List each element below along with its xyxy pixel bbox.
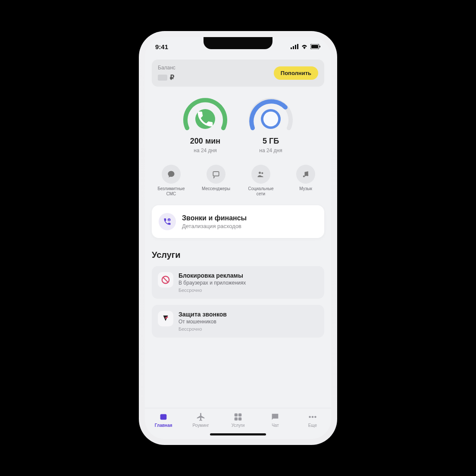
balance-info: Баланс ₽ bbox=[158, 65, 175, 81]
services-heading: Услуги bbox=[152, 250, 324, 260]
svg-rect-20 bbox=[235, 413, 238, 416]
gauge-data-value: 5 ГБ bbox=[263, 137, 279, 146]
svg-point-10 bbox=[259, 172, 261, 174]
chat-tab-icon bbox=[270, 412, 280, 422]
balance-currency: ₽ bbox=[170, 73, 174, 81]
tab-home[interactable]: Главная bbox=[145, 412, 182, 428]
quick-sms-label: Безлимитные СМС bbox=[153, 186, 189, 197]
finance-card-text: Звонки и финансы Детализация расходов bbox=[182, 214, 247, 229]
tab-roaming-label: Роуминг bbox=[193, 423, 209, 428]
finance-card-title: Звонки и финансы bbox=[182, 214, 247, 222]
service-callprotect-text: Защита звонков От мошенников Бессрочно bbox=[178, 311, 227, 332]
chat-icon bbox=[162, 165, 181, 184]
quick-options-row[interactable]: Безлимитные СМС Мессенджеры Социальные с… bbox=[152, 165, 324, 197]
gauge-minutes-sub: на 24 дня bbox=[194, 147, 216, 153]
quick-sms[interactable]: Безлимитные СМС bbox=[153, 165, 189, 197]
more-icon bbox=[307, 412, 318, 422]
tab-more[interactable]: Еще bbox=[294, 412, 331, 428]
svg-point-7 bbox=[263, 112, 279, 127]
quick-music-label: Музык bbox=[299, 186, 312, 191]
svg-text:₽: ₽ bbox=[169, 219, 170, 221]
shield-icon bbox=[158, 311, 173, 326]
tab-more-label: Еще bbox=[308, 423, 317, 428]
service-callprotect-sub: От мошенников bbox=[178, 319, 227, 325]
plane-icon bbox=[196, 412, 206, 422]
svg-rect-9 bbox=[213, 172, 219, 176]
svg-rect-2 bbox=[295, 45, 296, 49]
finance-card-sub: Детализация расходов bbox=[182, 223, 247, 229]
tab-services[interactable]: Услуги bbox=[219, 412, 257, 428]
signal-icon bbox=[291, 43, 298, 50]
phone-ruble-icon: ₽ bbox=[159, 213, 176, 230]
svg-rect-19 bbox=[160, 414, 167, 420]
tab-services-label: Услуги bbox=[232, 423, 245, 428]
status-icons bbox=[291, 43, 321, 50]
gauges-row: 200 мин на 24 дня 5 ГБ на 24 дня bbox=[152, 96, 324, 153]
svg-point-12 bbox=[303, 175, 305, 177]
message-icon bbox=[207, 165, 225, 184]
svg-rect-22 bbox=[235, 417, 238, 420]
svg-rect-23 bbox=[238, 417, 241, 420]
content[interactable]: Баланс ₽ Пополнить bbox=[145, 56, 331, 408]
quick-social[interactable]: Социальные сети bbox=[243, 165, 279, 197]
service-adblock-meta: Бессрочно bbox=[178, 288, 246, 293]
battery-icon bbox=[310, 43, 321, 50]
wifi-icon bbox=[301, 43, 308, 50]
svg-rect-1 bbox=[293, 46, 294, 49]
music-icon bbox=[296, 165, 315, 184]
svg-rect-21 bbox=[238, 413, 241, 416]
balance-label: Баланс bbox=[158, 65, 175, 71]
gauge-data-sub: на 24 дня bbox=[259, 147, 282, 153]
phone-frame: 9:41 Баланс ₽ bbox=[139, 31, 337, 445]
people-icon bbox=[251, 165, 270, 184]
block-icon bbox=[158, 272, 173, 288]
svg-point-13 bbox=[307, 174, 308, 176]
notch bbox=[204, 37, 272, 49]
globe-icon bbox=[261, 109, 281, 129]
balance-card[interactable]: Баланс ₽ Пополнить bbox=[152, 60, 324, 87]
home-icon bbox=[158, 412, 169, 422]
service-callprotect[interactable]: Защита звонков От мошенников Бессрочно bbox=[152, 305, 324, 338]
phone-icon bbox=[195, 109, 215, 129]
svg-rect-3 bbox=[297, 44, 298, 49]
screen: 9:41 Баланс ₽ bbox=[145, 37, 331, 439]
service-adblock-sub: В браузерах и приложениях bbox=[178, 280, 246, 286]
svg-point-24 bbox=[309, 416, 311, 418]
service-callprotect-title: Защита звонков bbox=[178, 311, 227, 318]
tab-home-label: Главная bbox=[155, 423, 172, 428]
quick-messengers[interactable]: Мессенджеры bbox=[198, 165, 234, 197]
tab-chat[interactable]: Чат bbox=[257, 412, 294, 428]
quick-messengers-label: Мессенджеры bbox=[202, 186, 230, 191]
svg-point-26 bbox=[314, 416, 316, 418]
status-time: 9:41 bbox=[155, 43, 168, 50]
tab-roaming[interactable]: Роуминг bbox=[182, 412, 219, 428]
svg-point-11 bbox=[261, 172, 263, 174]
svg-point-25 bbox=[312, 416, 314, 418]
svg-rect-6 bbox=[319, 46, 320, 47]
balance-value: ₽ bbox=[158, 73, 175, 81]
balance-mask bbox=[158, 75, 167, 81]
home-indicator[interactable] bbox=[210, 433, 266, 435]
gauge-minutes[interactable]: 200 мин на 24 дня bbox=[179, 96, 231, 153]
quick-social-label: Социальные сети bbox=[243, 186, 279, 197]
svg-rect-5 bbox=[311, 45, 318, 48]
tab-chat-label: Чат bbox=[272, 423, 279, 428]
service-adblock-text: Блокировка рекламы В браузерах и приложе… bbox=[178, 272, 246, 293]
topup-button[interactable]: Пополнить bbox=[274, 66, 318, 80]
finance-card[interactable]: ₽ Звонки и финансы Детализация расходов bbox=[152, 205, 324, 238]
gauge-data[interactable]: 5 ГБ на 24 дня bbox=[245, 96, 297, 153]
service-callprotect-meta: Бессрочно bbox=[178, 326, 227, 332]
svg-line-17 bbox=[163, 278, 168, 282]
gauge-minutes-value: 200 мин bbox=[190, 137, 220, 146]
svg-rect-0 bbox=[291, 47, 292, 49]
service-adblock[interactable]: Блокировка рекламы В браузерах и приложе… bbox=[152, 266, 324, 299]
grid-icon bbox=[233, 412, 243, 422]
service-adblock-title: Блокировка рекламы bbox=[178, 272, 246, 279]
quick-music[interactable]: Музык bbox=[288, 165, 323, 197]
